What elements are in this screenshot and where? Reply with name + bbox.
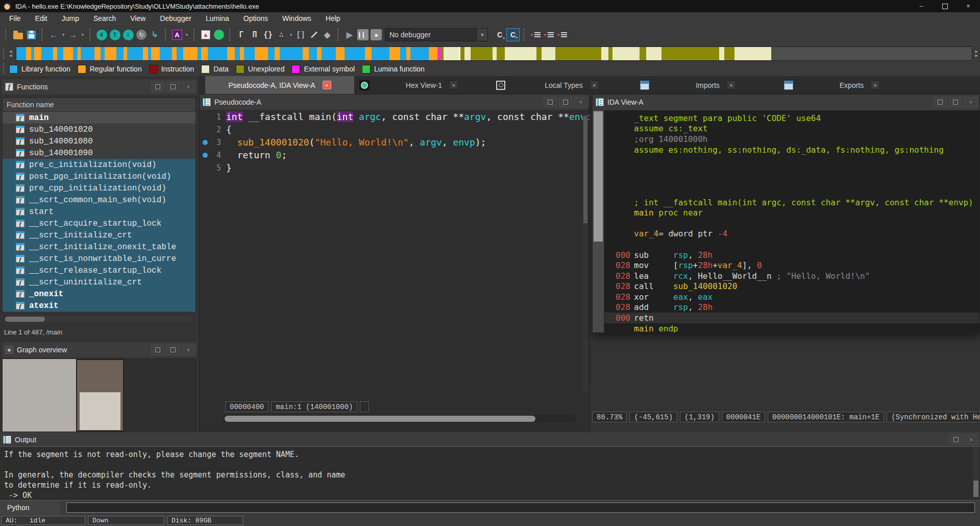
menu-lumina[interactable]: Lumina bbox=[199, 12, 236, 24]
disassembly-line[interactable] bbox=[604, 155, 979, 165]
tab-close-icon[interactable]: × bbox=[590, 81, 599, 89]
debugger-selector[interactable]: No debugger ▼ bbox=[385, 28, 488, 41]
graph-overview-restore-button[interactable] bbox=[151, 345, 164, 355]
menu-options[interactable]: Options bbox=[236, 12, 275, 24]
pseudocode-line[interactable]: 3 sub_140001020("Hello, World!\n", argv,… bbox=[200, 136, 590, 149]
menu-help[interactable]: Help bbox=[318, 12, 348, 24]
pseudocode-line[interactable]: 5} bbox=[200, 161, 590, 174]
function-list-item[interactable]: fmain bbox=[3, 112, 195, 124]
graph-overview-close-button[interactable]: × bbox=[182, 345, 195, 355]
disassembly-line[interactable]: 028lea rcx, Hello__World__n ; "Hello, Wo… bbox=[604, 271, 979, 281]
maximize-button[interactable] bbox=[933, 0, 957, 12]
disassembly-line[interactable]: var_4= dword ptr -4 bbox=[604, 229, 979, 240]
output-log[interactable]: If the segment is not read-only, please … bbox=[0, 446, 980, 500]
disassembly-line[interactable] bbox=[604, 218, 979, 229]
create-function-icon[interactable]: Γ bbox=[235, 28, 248, 41]
disassembly-listing[interactable]: _text segment para public 'CODE' use64as… bbox=[604, 110, 979, 332]
output-vscroll-thumb[interactable] bbox=[973, 481, 978, 497]
function-list-item[interactable]: f__scrt_release_startup_lock bbox=[3, 265, 195, 276]
disassembly-line[interactable]: 028mov [rsp+28h+var_4], 0 bbox=[604, 260, 979, 271]
ida-view-close-button[interactable]: × bbox=[964, 97, 977, 107]
functions-horizontal-scrollbar[interactable] bbox=[4, 316, 193, 322]
functions-hscroll-thumb[interactable] bbox=[5, 317, 45, 322]
ida-view-float-button[interactable] bbox=[949, 97, 962, 107]
watch-list-icon[interactable] bbox=[542, 28, 555, 41]
functions-restore-button[interactable] bbox=[151, 82, 164, 92]
function-list-item[interactable]: f__scrt_uninitialize_crt bbox=[3, 276, 195, 288]
colors-flag-icon[interactable]: ▲ bbox=[199, 28, 212, 41]
trace-list-icon[interactable] bbox=[555, 28, 569, 41]
debugger-stop-icon[interactable]: ■ bbox=[370, 28, 383, 41]
function-list-item[interactable]: fsub_140001020 bbox=[3, 124, 195, 135]
pseudocode-close-button[interactable]: × bbox=[574, 97, 587, 107]
disassembly-view[interactable]: _text segment para public 'CODE' use64as… bbox=[593, 110, 979, 332]
breakpoint-dot-icon[interactable] bbox=[203, 140, 208, 145]
output-close-button[interactable]: × bbox=[965, 435, 978, 445]
jump-segment-icon[interactable]: i bbox=[121, 28, 135, 41]
open-file-icon[interactable] bbox=[11, 28, 24, 41]
debugger-start-icon[interactable]: ▶ bbox=[343, 28, 356, 41]
disassembly-line[interactable] bbox=[604, 176, 979, 187]
create-caret-icon[interactable]: ▼ bbox=[288, 28, 294, 41]
disassembly-line[interactable]: ;org 140001000h bbox=[604, 134, 979, 145]
function-list-item[interactable]: fpre_c_initialization(void) bbox=[3, 159, 195, 171]
menu-view[interactable]: View bbox=[123, 12, 153, 24]
disassembly-vertical-scrollbar[interactable] bbox=[593, 110, 604, 332]
step-over-icon[interactable] bbox=[493, 28, 506, 41]
pseudocode-line[interactable]: 4 return 0; bbox=[200, 149, 590, 161]
step-into-icon[interactable] bbox=[506, 28, 520, 41]
breakpoint-list-icon[interactable] bbox=[529, 28, 542, 41]
graph-overview-float-button[interactable] bbox=[166, 345, 180, 355]
disassembly-line[interactable]: main endp bbox=[604, 323, 979, 332]
ida-view-restore-button[interactable] bbox=[934, 97, 947, 107]
disassembly-line[interactable] bbox=[604, 165, 979, 176]
string-style-caret-icon[interactable]: ▼ bbox=[184, 28, 190, 41]
function-list-item[interactable]: fstart bbox=[3, 206, 195, 218]
functions-float-button[interactable] bbox=[166, 82, 180, 92]
disassembly-line[interactable] bbox=[604, 186, 979, 197]
disassembly-vscroll-thumb[interactable] bbox=[594, 111, 603, 242]
output-restore-button[interactable] bbox=[949, 435, 963, 445]
disassembly-line[interactable]: assume es:nothing, ss:nothing, ds:_data,… bbox=[604, 145, 979, 155]
function-list-item[interactable]: f__scrt_acquire_startup_lock bbox=[3, 218, 195, 229]
navband-right-arrows-icon[interactable]: ▶▶ bbox=[975, 50, 978, 57]
ascii-string-icon[interactable]: A bbox=[170, 28, 184, 41]
breakpoint-dot-icon[interactable] bbox=[203, 153, 208, 158]
disassembly-line[interactable]: 000sub rsp, 28h bbox=[604, 250, 979, 260]
function-list-item[interactable]: fatexit bbox=[3, 300, 195, 312]
disassembly-line[interactable]: _text segment para public 'CODE' use64 bbox=[604, 113, 979, 124]
navband-left-arrows-icon[interactable]: ◀◀ bbox=[9, 50, 12, 57]
disassembly-line[interactable]: main proc near bbox=[604, 207, 979, 218]
tab-close-icon[interactable]: × bbox=[323, 81, 331, 89]
pseudocode-hscroll-thumb[interactable] bbox=[225, 416, 535, 422]
pseudocode-vertical-scrollbar[interactable] bbox=[583, 115, 588, 391]
legend-drag-handle[interactable] bbox=[3, 63, 5, 75]
menu-debugger[interactable]: Debugger bbox=[153, 12, 199, 24]
function-list-item[interactable]: f__scrt_is_nonwritable_in_curre bbox=[3, 253, 195, 265]
disassembly-line[interactable]: 028add rsp, 28h bbox=[604, 302, 979, 313]
create-data-icon[interactable]: Π bbox=[248, 28, 261, 41]
function-list-item[interactable]: f_onexit bbox=[3, 288, 195, 300]
navigation-band[interactable] bbox=[16, 46, 972, 61]
function-list-item[interactable]: fpost_pgo_initialization(void) bbox=[3, 171, 195, 182]
function-list-item[interactable]: f__scrt_initialize_onexit_table bbox=[3, 241, 195, 253]
output-vertical-scrollbar[interactable] bbox=[973, 447, 979, 498]
navigate-back-icon[interactable]: ← bbox=[47, 28, 60, 41]
disassembly-line[interactable] bbox=[604, 239, 979, 250]
pseudocode-vscroll-thumb[interactable] bbox=[583, 116, 587, 223]
toolbar-drag-handle[interactable] bbox=[5, 29, 7, 40]
jump-xref-icon[interactable]: ↳ bbox=[148, 28, 161, 41]
navigate-forward-icon[interactable]: → bbox=[66, 28, 80, 41]
jump-address-icon[interactable]: # bbox=[95, 28, 108, 41]
pseudocode-float-button[interactable] bbox=[559, 97, 572, 107]
function-list-item[interactable]: fpre_cpp_initialization(void) bbox=[3, 182, 195, 194]
tab-imports[interactable]: Imports× bbox=[652, 76, 779, 94]
pseudocode-editor[interactable]: 1int __fastcall main(int argc, const cha… bbox=[200, 110, 590, 396]
tab-close-icon[interactable]: × bbox=[449, 81, 458, 89]
select-region-icon[interactable]: [] bbox=[294, 28, 307, 41]
functions-column-header[interactable]: Function name bbox=[3, 98, 195, 112]
disassembly-line[interactable]: ; int __fastcall main(int argc, const ch… bbox=[604, 197, 979, 208]
jump-name-icon[interactable]: T bbox=[108, 28, 121, 41]
pseudocode-restore-button[interactable] bbox=[544, 97, 557, 107]
function-list-item[interactable]: fsub_140001090 bbox=[3, 147, 195, 159]
